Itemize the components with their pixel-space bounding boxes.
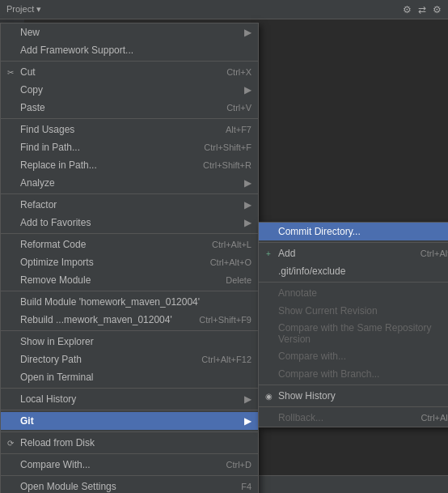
menu-item-reformat[interactable]: Reformat Code Ctrl+Alt+L [1, 236, 258, 253]
context-menu-overlay: New ▶ Add Framework Support... ✂ Cut Ctr… [0, 0, 448, 493]
separator-5 [1, 291, 258, 291]
submenu-compare-branch[interactable]: Compare with Branch... [259, 365, 448, 383]
menu-item-open-module-settings[interactable]: Open Module Settings F4 [1, 478, 258, 493]
submenu-rollback[interactable]: Rollback... Ctrl+Alt+Z [259, 409, 448, 427]
submenu-compare-with2[interactable]: Compare with... [259, 347, 448, 365]
submenu-sep-2 [259, 282, 448, 283]
submenu-compare-same[interactable]: Compare with the Same Repository Version [259, 320, 448, 347]
menu-item-optimize[interactable]: Optimize Imports Ctrl+Alt+O [1, 253, 258, 271]
git-arrow-icon: ▶ [244, 415, 251, 427]
menu-item-open-terminal[interactable]: Open in Terminal [1, 368, 258, 386]
separator-10 [1, 453, 258, 454]
reload-icon: ⟳ [4, 439, 17, 448]
menu-item-analyze[interactable]: Analyze ▶ [1, 174, 258, 192]
submenu-show-history[interactable]: ◉ Show History [259, 387, 448, 405]
menu-item-show-explorer[interactable]: Show in Explorer [1, 333, 258, 351]
separator-1 [1, 61, 258, 62]
menu-item-refactor[interactable]: Refactor ▶ [1, 196, 258, 214]
separator-11 [1, 475, 258, 476]
menu-item-paste[interactable]: Paste Ctrl+V [1, 99, 258, 117]
menu-item-build-module[interactable]: Build Module 'homework_maven_012004' [1, 293, 258, 311]
arrow-icon: ▶ [244, 27, 251, 38]
submenu-show-current[interactable]: Show Current Revision [259, 302, 448, 320]
submenu-add[interactable]: + Add Ctrl+Alt+A [259, 244, 448, 262]
add-icon: + [262, 249, 275, 258]
submenu-gitignore[interactable]: .git/info/exclude [259, 262, 448, 280]
separator-9 [1, 431, 258, 432]
analyze-arrow: ▶ [244, 177, 251, 189]
menu-item-find-in-path[interactable]: Find in Path... Ctrl+Shift+F [1, 138, 258, 156]
menu-item-local-history[interactable]: Local History ▶ [1, 390, 258, 408]
context-menu: New ▶ Add Framework Support... ✂ Cut Ctr… [0, 23, 259, 493]
menu-item-rebuild[interactable]: Rebuild ...mework_maven_012004' Ctrl+Shi… [1, 311, 258, 329]
menu-item-compare-with[interactable]: Compare With... Ctrl+D [1, 456, 258, 474]
submenu-annotate[interactable]: Annotate [259, 284, 448, 302]
menu-item-find-usages[interactable]: Find Usages Alt+F7 [1, 121, 258, 138]
menu-item-add-framework[interactable]: Add Framework Support... [1, 41, 258, 59]
submenu-sep-4 [259, 406, 448, 407]
menu-item-remove-module[interactable]: Remove Module Delete [1, 271, 258, 289]
separator-7 [1, 388, 258, 389]
menu-item-add-favorites[interactable]: Add to Favorites ▶ [1, 214, 258, 232]
menu-item-new[interactable]: New ▶ [1, 23, 258, 41]
submenu-sep-1 [259, 242, 448, 243]
cut-icon: ✂ [4, 68, 17, 77]
menu-item-copy[interactable]: Copy ▶ [1, 81, 258, 99]
separator-6 [1, 330, 258, 331]
separator-2 [1, 118, 258, 119]
history-icon: ◉ [262, 392, 275, 401]
menu-item-cut[interactable]: ✂ Cut Ctrl+X [1, 63, 258, 81]
menu-item-replace-in-path[interactable]: Replace in Path... Ctrl+Shift+R [1, 156, 258, 174]
menu-item-reload[interactable]: ⟳ Reload from Disk [1, 434, 258, 452]
submenu-commit-dir[interactable]: Commit Directory... [259, 223, 448, 240]
separator-4 [1, 233, 258, 234]
submenu-sep-3 [259, 385, 448, 385]
separator-3 [1, 193, 258, 194]
menu-item-directory-path[interactable]: Directory Path Ctrl+Alt+F12 [1, 351, 258, 368]
git-submenu: Commit Directory... + Add Ctrl+Alt+A .gi… [258, 222, 448, 427]
separator-8 [1, 410, 258, 410]
menu-item-git[interactable]: Git ▶ [1, 412, 258, 430]
